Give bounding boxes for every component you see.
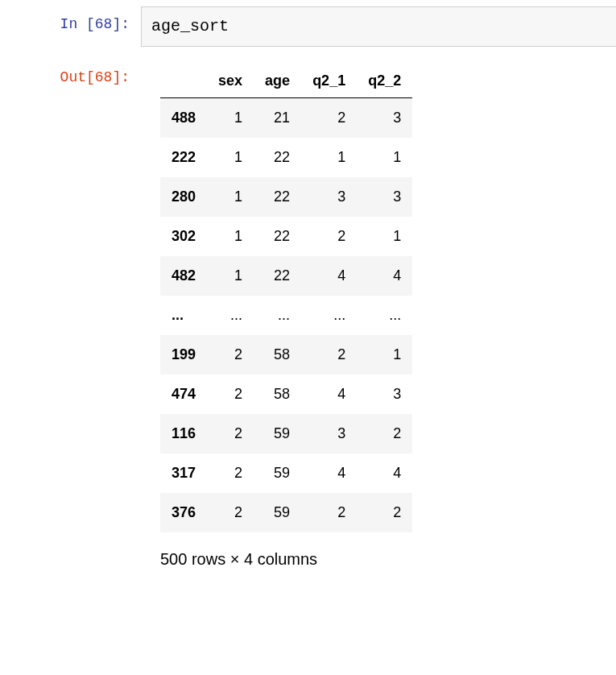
cell: 22 bbox=[254, 138, 301, 177]
cell: 1 bbox=[357, 138, 412, 177]
column-header: q2_2 bbox=[357, 64, 412, 98]
table-row: 488 1 21 2 3 bbox=[160, 98, 412, 139]
cell: 2 bbox=[301, 98, 357, 139]
cell: 2 bbox=[207, 414, 254, 453]
dataframe-summary: 500 rows × 4 columns bbox=[160, 532, 616, 569]
cell: 2 bbox=[207, 493, 254, 532]
cell: 2 bbox=[357, 414, 412, 453]
row-index: 302 bbox=[160, 217, 207, 256]
table-row: 482 1 22 4 4 bbox=[160, 256, 412, 296]
cell: 1 bbox=[207, 217, 254, 256]
row-index: 116 bbox=[160, 414, 207, 453]
cell: 1 bbox=[357, 335, 412, 375]
cell: 4 bbox=[357, 453, 412, 493]
row-index: 376 bbox=[160, 493, 207, 532]
table-row: 222 1 22 1 1 bbox=[160, 138, 412, 177]
cell: 1 bbox=[207, 138, 254, 177]
cell: 1 bbox=[357, 217, 412, 256]
cell: 2 bbox=[301, 493, 357, 532]
cell: 2 bbox=[301, 335, 357, 375]
row-index: ... bbox=[160, 296, 207, 335]
row-index: 222 bbox=[160, 138, 207, 177]
row-index: 474 bbox=[160, 375, 207, 414]
cell: 2 bbox=[357, 493, 412, 532]
column-header: q2_1 bbox=[301, 64, 357, 98]
cell: 22 bbox=[254, 177, 301, 217]
dataframe-table: sex age q2_1 q2_2 488 1 21 2 3 222 1 22 bbox=[160, 64, 412, 532]
table-row: 280 1 22 3 3 bbox=[160, 177, 412, 217]
column-header: age bbox=[254, 64, 301, 98]
cell: 21 bbox=[254, 98, 301, 139]
column-header: sex bbox=[207, 64, 254, 98]
cell: 2 bbox=[207, 453, 254, 493]
table-row: 376 2 59 2 2 bbox=[160, 493, 412, 532]
cell: 3 bbox=[301, 177, 357, 217]
cell: 22 bbox=[254, 217, 301, 256]
cell: 2 bbox=[207, 375, 254, 414]
cell: 1 bbox=[207, 98, 254, 139]
cell: 59 bbox=[254, 493, 301, 532]
cell: 1 bbox=[301, 138, 357, 177]
cell: 4 bbox=[301, 256, 357, 296]
cell: 2 bbox=[301, 217, 357, 256]
input-cell: In [68]: age_sort bbox=[0, 0, 616, 53]
table-row: 302 1 22 2 1 bbox=[160, 217, 412, 256]
cell: 58 bbox=[254, 335, 301, 375]
cell: 1 bbox=[207, 177, 254, 217]
index-header bbox=[160, 64, 207, 98]
code-input[interactable]: age_sort bbox=[141, 6, 616, 47]
table-row-ellipsis: ... ... ... ... ... bbox=[160, 296, 412, 335]
cell: 2 bbox=[207, 335, 254, 375]
cell: 59 bbox=[254, 414, 301, 453]
cell: 59 bbox=[254, 453, 301, 493]
table-row: 474 2 58 4 3 bbox=[160, 375, 412, 414]
row-index: 482 bbox=[160, 256, 207, 296]
cell: 58 bbox=[254, 375, 301, 414]
table-row: 199 2 58 2 1 bbox=[160, 335, 412, 375]
output-area: sex age q2_1 q2_2 488 1 21 2 3 222 1 22 bbox=[141, 60, 616, 569]
output-prompt: Out[68]: bbox=[0, 60, 141, 89]
cell: ... bbox=[207, 296, 254, 335]
row-index: 488 bbox=[160, 98, 207, 139]
cell: 3 bbox=[301, 414, 357, 453]
cell: 22 bbox=[254, 256, 301, 296]
row-index: 280 bbox=[160, 177, 207, 217]
output-cell: Out[68]: sex age q2_1 q2_2 488 1 21 2 3 bbox=[0, 53, 616, 575]
cell: 4 bbox=[301, 453, 357, 493]
cell: ... bbox=[357, 296, 412, 335]
table-row: 116 2 59 3 2 bbox=[160, 414, 412, 453]
cell: ... bbox=[301, 296, 357, 335]
cell: 3 bbox=[357, 98, 412, 139]
table-header-row: sex age q2_1 q2_2 bbox=[160, 64, 412, 98]
table-row: 317 2 59 4 4 bbox=[160, 453, 412, 493]
cell: 1 bbox=[207, 256, 254, 296]
cell: ... bbox=[254, 296, 301, 335]
input-prompt: In [68]: bbox=[0, 6, 141, 36]
row-index: 317 bbox=[160, 453, 207, 493]
cell: 4 bbox=[301, 375, 357, 414]
cell: 4 bbox=[357, 256, 412, 296]
cell: 3 bbox=[357, 177, 412, 217]
cell: 3 bbox=[357, 375, 412, 414]
row-index: 199 bbox=[160, 335, 207, 375]
